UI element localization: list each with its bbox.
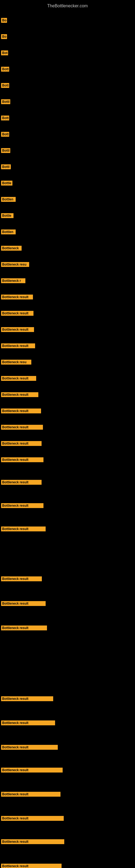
list-item: Bot xyxy=(1,49,9,57)
bottleneck-label: Bott xyxy=(1,116,9,120)
list-item: Bottleneck result xyxy=(1,575,42,583)
bottleneck-label: Bo xyxy=(1,34,7,39)
bottleneck-label: Bottle xyxy=(1,213,13,218)
list-item: Bottleneck result xyxy=(1,342,36,350)
list-item: Bottle xyxy=(1,179,13,187)
list-item: Bottleneck result xyxy=(1,719,56,727)
list-item: Bott xyxy=(1,82,10,90)
bottleneck-label: Bottleneck result xyxy=(1,425,43,430)
list-item: Bottleneck result xyxy=(1,838,65,846)
list-item: Bo xyxy=(1,33,8,41)
bottleneck-label: Bottleneck result xyxy=(1,503,43,508)
list-item: Bottleneck result xyxy=(1,478,42,486)
bottleneck-label: Bottleneck result xyxy=(1,441,42,446)
bottleneck-label: Bottleneck resu xyxy=(1,360,31,365)
list-item: Bottleneck result xyxy=(1,423,43,431)
list-item: Bottleneck result xyxy=(1,790,61,798)
list-item: Bottleneck result xyxy=(1,862,62,868)
bottleneck-label: Bottleneck result xyxy=(1,768,63,773)
list-item: Bottleneck resu xyxy=(1,260,30,269)
bottleneck-label: Bottleneck r xyxy=(1,278,26,283)
list-item: Bott xyxy=(1,130,10,138)
list-item: Bottleneck result xyxy=(1,501,44,510)
list-item: Bottleneck result xyxy=(1,309,34,317)
bottleneck-label: Bottl xyxy=(1,148,10,153)
bottleneck-label: Bott xyxy=(1,67,9,72)
list-item: Bottl xyxy=(1,147,11,155)
list-item: Bottleneck result xyxy=(1,525,46,533)
list-item: Bottleneck result xyxy=(1,599,46,608)
list-item: Bottlen xyxy=(1,195,16,204)
bottleneck-label: Bottleneck result xyxy=(1,839,64,844)
bottleneck-label: Bottleneck result xyxy=(1,577,42,581)
bottleneck-label: Bottleneck result xyxy=(1,720,55,725)
list-item: Bottleneck r xyxy=(1,277,26,285)
bottleneck-label: Bottleneck result xyxy=(1,343,35,348)
list-item: Bottleneck resu xyxy=(1,358,32,366)
bottleneck-label: Bottleneck result xyxy=(1,864,61,868)
site-title: TheBottlenecker.com xyxy=(0,1,135,10)
list-item: Bottleneck result xyxy=(1,407,42,415)
bottleneck-label: Bott xyxy=(1,132,9,137)
bottleneck-label: Bottle xyxy=(1,181,12,186)
list-item: Bottleneck result xyxy=(1,695,54,703)
bottleneck-label: Bot xyxy=(1,51,8,55)
bottleneck-label: Bottleneck result xyxy=(1,376,36,381)
list-item: Bottleneck result xyxy=(1,743,58,751)
bottleneck-label: Bottl xyxy=(1,164,11,169)
bottleneck-label: Bottleneck xyxy=(1,246,21,251)
bottleneck-label: Bottleneck resu xyxy=(1,262,29,267)
bottleneck-label: Bottleneck result xyxy=(1,408,41,413)
bottleneck-label: Bo xyxy=(1,18,7,23)
bottleneck-label: Bott xyxy=(1,83,9,88)
list-item: Bottleneck result xyxy=(1,326,35,334)
bottleneck-label: Bottleneck result xyxy=(1,745,58,750)
list-item: Bottleneck xyxy=(1,244,22,252)
bottleneck-label: Bottleneck result xyxy=(1,816,64,821)
list-item: Bottleneck result xyxy=(1,624,48,632)
bottleneck-label: Bottleneck result xyxy=(1,792,60,797)
bottleneck-label: Bottleneck result xyxy=(1,527,46,531)
list-item: Bott xyxy=(1,65,10,73)
list-item: Bo xyxy=(1,16,8,24)
list-item: Bottleneck result xyxy=(1,293,34,301)
list-item: Bottleneck result xyxy=(1,439,42,447)
bottleneck-label: Bottleneck result xyxy=(1,601,46,606)
bottleneck-label: Bottleneck result xyxy=(1,327,34,332)
bottleneck-label: Bottlen xyxy=(1,197,16,202)
list-item: Bottleneck result xyxy=(1,766,63,774)
list-item: Bottleneck result xyxy=(1,374,37,382)
list-item: Bottle xyxy=(1,212,14,220)
bottleneck-label: Bottl xyxy=(1,99,10,104)
bottleneck-label: Bottleneck result xyxy=(1,294,33,300)
list-item: Bottl xyxy=(1,163,11,171)
list-item: Bottleneck result xyxy=(1,814,64,823)
list-item: Bottleneck result xyxy=(1,391,39,399)
list-item: Bottleneck result xyxy=(1,456,44,464)
bottleneck-label: Bottleneck result xyxy=(1,311,34,316)
list-item: Bottl xyxy=(1,98,11,106)
bottleneck-label: Bottleneck result xyxy=(1,457,43,462)
bottleneck-label: Bottleneck result xyxy=(1,625,47,630)
list-item: Bott xyxy=(1,114,10,122)
bottleneck-label: Bottleneck result xyxy=(1,480,42,485)
bottleneck-label: Bottlen xyxy=(1,229,16,235)
bottleneck-label: Bottleneck result xyxy=(1,696,53,701)
list-item: Bottlen xyxy=(1,228,16,236)
bottleneck-label: Bottleneck result xyxy=(1,392,38,397)
